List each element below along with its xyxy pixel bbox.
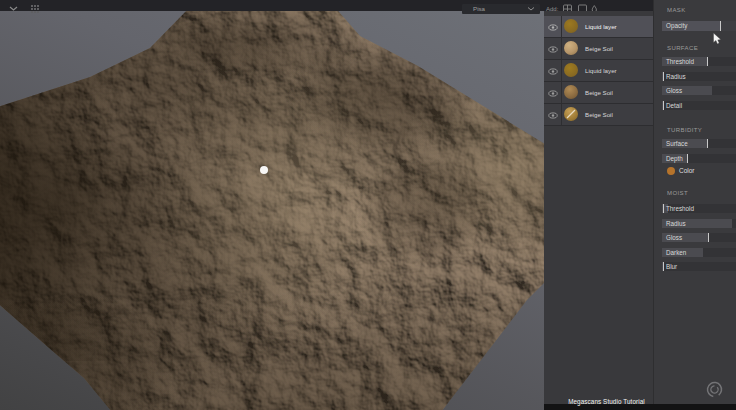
svg-text:Pisa: Pisa <box>473 5 486 12</box>
